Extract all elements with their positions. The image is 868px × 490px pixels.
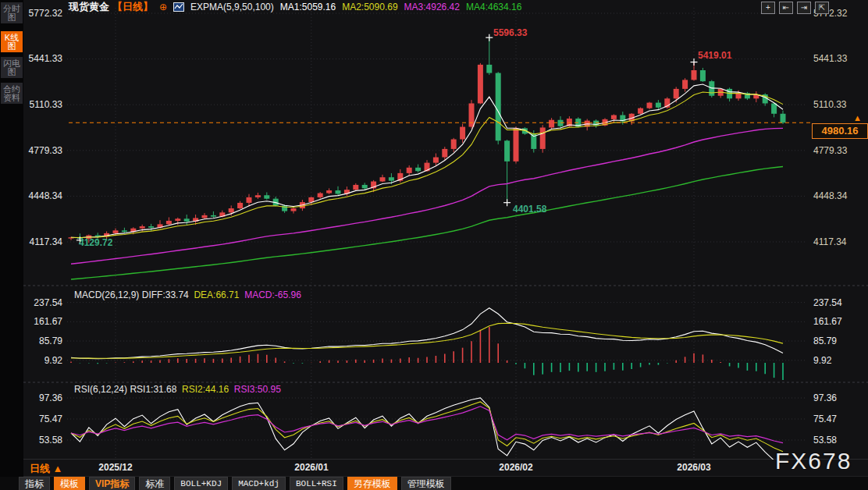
rsi-axis-label: 53.58 bbox=[813, 435, 863, 446]
rsi-axis-label: 97.36 bbox=[813, 392, 863, 403]
fx678-watermark: FX678 bbox=[775, 448, 852, 474]
macd-value: MACD:-65.96 bbox=[244, 289, 301, 300]
price-axis-label: 4448.34 bbox=[22, 190, 62, 201]
high-annotation: 5596.33 bbox=[493, 27, 527, 38]
macd-kdj-button[interactable]: MACD+kdj bbox=[232, 477, 286, 490]
sidebar-item-kline-chart[interactable]: K线图 bbox=[1, 31, 23, 52]
macd-axis-label: 237.54 bbox=[22, 297, 62, 308]
price-axis-label: 4117.34 bbox=[22, 236, 62, 247]
save-template-button[interactable]: 另存模板 bbox=[347, 477, 397, 490]
macd-dea-value: DEA:66.71 bbox=[194, 289, 239, 300]
price-axis-label: 4779.33 bbox=[813, 145, 863, 156]
rsi2-value: RSI2:44.16 bbox=[182, 384, 229, 395]
sidebar-item-contract-info[interactable]: 合约资料 bbox=[1, 83, 23, 104]
ma4-value: MA4:4634.16 bbox=[466, 2, 521, 12]
period-selector[interactable]: 日线 ▲ bbox=[30, 462, 62, 476]
sidebar-item-time-chart[interactable]: 分时图 bbox=[1, 2, 23, 23]
last-price-tag: 4980.16 bbox=[812, 123, 868, 139]
manage-template-button[interactable]: 管理模板 bbox=[401, 477, 451, 490]
rsi-axis-label: 75.47 bbox=[22, 414, 62, 424]
macd-title: MACD(26,12,9) bbox=[74, 289, 139, 300]
low-annotation: 4129.72 bbox=[79, 237, 112, 248]
macd-axis-label: 9.92 bbox=[813, 355, 863, 366]
macd-axis-label: 85.79 bbox=[22, 336, 62, 346]
add-indicator-icon[interactable]: ⊕ bbox=[159, 2, 167, 12]
rsi-header: RSI(6,12,24) RSI1:31.68 RSI2:44.16 RSI3:… bbox=[74, 384, 281, 395]
macd-axis-label: 161.67 bbox=[22, 316, 62, 327]
pane-toggle-icon[interactable]: ⇱ bbox=[815, 2, 829, 14]
rsi3-value: RSI3:50.95 bbox=[234, 384, 281, 395]
crosshair-icon[interactable]: + bbox=[761, 2, 775, 14]
boll-rsi-button[interactable]: BOLL+RSI bbox=[290, 477, 343, 490]
macd-axis-label: 161.67 bbox=[813, 316, 863, 327]
macd-axis-label: 9.92 bbox=[22, 355, 62, 366]
chart-header: 现货黄金 【日线】 ⊕ EXPMA(5,9,50,100) MA1:5059.1… bbox=[69, 1, 521, 13]
date-tick: 2026/03 bbox=[667, 462, 721, 473]
boll-kdj-button[interactable]: BOLL+KDJ bbox=[174, 477, 228, 490]
date-tick: 2025/12 bbox=[88, 462, 143, 473]
macd-axis-label: 85.79 bbox=[813, 336, 863, 346]
indicator-button[interactable]: 指标 bbox=[19, 477, 50, 490]
indicator-label: EXPMA(5,9,50,100) bbox=[190, 2, 274, 12]
bottom-toolbar: 指标 模板 VIP指标 标准 BOLL+KDJ MACD+kdj BOLL+RS… bbox=[0, 477, 868, 490]
price-axis-label: 5110.33 bbox=[813, 99, 863, 110]
indicator-chip-icon bbox=[173, 2, 184, 12]
trading-app-window: 分时图 K线图 闪电图 合约资料 现货黄金 【日线】 ⊕ EXPMA(5,9,5… bbox=[0, 0, 868, 490]
macd-header: MACD(26,12,9) DIFF:33.74 DEA:66.71 MACD:… bbox=[74, 289, 301, 300]
macd-diff-value: DIFF:33.74 bbox=[142, 289, 189, 300]
zoom-out-icon[interactable]: ⇤ bbox=[779, 2, 793, 14]
date-tick: 2026/02 bbox=[489, 462, 543, 473]
period-tag: 【日线】 bbox=[112, 0, 153, 14]
price-alert-marker-icon: ▲ bbox=[853, 113, 862, 123]
price-axis-label: 5110.33 bbox=[22, 99, 62, 110]
chart-toolbox: + ⇤ ⇥ ⇱ bbox=[761, 2, 829, 14]
template-button[interactable]: 模板 bbox=[54, 477, 85, 490]
sidebar-item-lightning-chart[interactable]: 闪电图 bbox=[1, 57, 23, 78]
price-axis-label: 4779.33 bbox=[22, 145, 62, 156]
ma3-value: MA3:4926.42 bbox=[404, 2, 460, 12]
ma2-value: MA2:5090.69 bbox=[342, 2, 397, 12]
price-axis-label: 4117.34 bbox=[813, 236, 863, 247]
rsi1-value: RSI1:31.68 bbox=[130, 384, 176, 395]
standard-button[interactable]: 标准 bbox=[139, 477, 170, 490]
zoom-in-icon[interactable]: ⇥ bbox=[797, 2, 811, 14]
ma1-value: MA1:5059.16 bbox=[280, 2, 336, 12]
high-annotation: 5419.01 bbox=[698, 50, 731, 61]
rsi-axis-label: 75.47 bbox=[813, 414, 863, 424]
price-axis-label: 5441.33 bbox=[22, 53, 62, 64]
symbol-name: 现货黄金 bbox=[69, 0, 109, 14]
price-axis-label: 4448.34 bbox=[813, 190, 863, 201]
low-annotation: 4401.58 bbox=[513, 204, 546, 215]
rsi-title: RSI(6,12,24) bbox=[74, 384, 127, 395]
date-tick: 2026/01 bbox=[284, 462, 339, 473]
rsi-axis-label: 97.36 bbox=[22, 392, 62, 403]
chart-canvas[interactable] bbox=[0, 0, 868, 490]
rsi-axis-label: 53.58 bbox=[22, 435, 62, 446]
left-sidebar: 分时图 K线图 闪电图 合约资料 bbox=[0, 0, 23, 477]
price-axis-label: 5772.32 bbox=[22, 8, 62, 19]
price-axis-label: 5441.33 bbox=[813, 53, 863, 64]
vip-indicator-button[interactable]: VIP指标 bbox=[89, 477, 135, 490]
macd-axis-label: 237.54 bbox=[813, 297, 863, 308]
